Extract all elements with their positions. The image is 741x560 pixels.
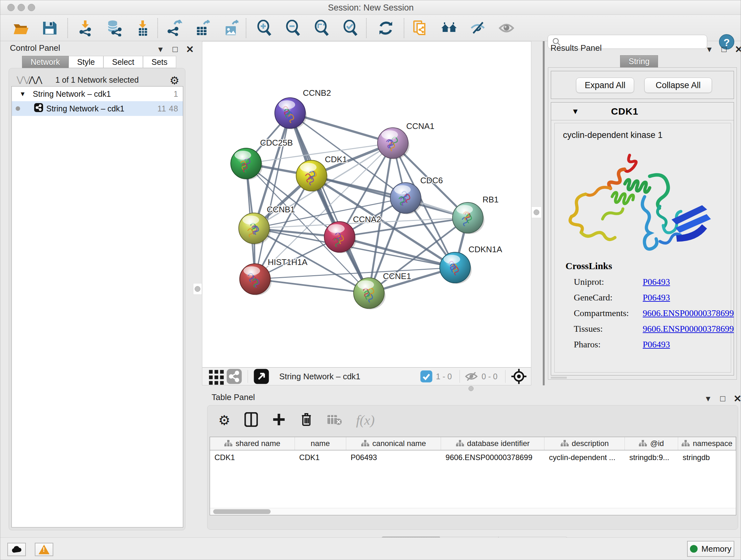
results-scrollbar[interactable]	[551, 377, 567, 379]
column-header-namespace[interactable]: namespace	[678, 437, 736, 450]
birdseye-grid-icon[interactable]	[207, 368, 225, 385]
results-panel-close-icon[interactable]: ✕	[735, 44, 741, 55]
zoom-fit-icon[interactable]	[313, 19, 331, 37]
tab-select[interactable]: Select	[104, 56, 143, 68]
import-table-icon[interactable]	[134, 19, 151, 37]
table-cell[interactable]: stringdb:9...	[625, 450, 678, 464]
expand-all-button[interactable]: Expand All	[576, 78, 634, 93]
column-header-description[interactable]: description	[544, 437, 625, 450]
crosslink-link[interactable]: P06493	[643, 293, 670, 302]
table-cell[interactable]: stringdb	[678, 450, 736, 464]
tab-network[interactable]: Network	[22, 56, 69, 68]
network-node-cdkn1a[interactable]: CDKN1A	[440, 245, 502, 284]
protein-header-row[interactable]: ▼ CDK1	[551, 103, 734, 120]
control-panel-collapse-icon[interactable]: ▼	[157, 45, 164, 54]
tab-style[interactable]: Style	[69, 56, 104, 68]
tab-sets[interactable]: Sets	[143, 56, 176, 68]
panel-divider[interactable]	[543, 41, 545, 385]
crosslink-link[interactable]: 9606.ENSP00000378699	[643, 308, 734, 318]
crosslink-row: Uniprot: P06493	[565, 277, 734, 287]
network-node-ccna1[interactable]: CCNA1	[378, 121, 434, 159]
export-network-icon[interactable]	[165, 19, 183, 37]
show-columns-icon[interactable]	[245, 412, 258, 428]
network-node-cdk1[interactable]: CDK1	[296, 154, 347, 192]
crosslink-link[interactable]: P06493	[643, 339, 670, 349]
control-panel-close-icon[interactable]: ✕	[186, 44, 194, 55]
table-panel-float-icon[interactable]: □	[720, 394, 725, 403]
function-builder-icon[interactable]: f(x)	[356, 413, 375, 428]
network-node-cdc25b[interactable]: CDC25B	[231, 138, 293, 180]
node-table[interactable]: shared namenamecanonical namedatabase id…	[210, 437, 736, 515]
node-label-ccne1: CCNE1	[383, 271, 411, 281]
export-image-icon[interactable]	[222, 19, 240, 37]
tab-string[interactable]: String	[620, 55, 658, 67]
hide-selected-icon[interactable]	[469, 19, 487, 37]
network-list-item[interactable]: ▼ String Network – cdk11	[12, 86, 183, 101]
zoom-in-icon[interactable]	[256, 19, 273, 37]
network-node-ccnb1[interactable]: CCNB1	[239, 205, 295, 245]
table-cell[interactable]: cyclin-dependent ...	[544, 450, 625, 464]
import-network-icon[interactable]	[76, 19, 94, 37]
column-header-database-identifier[interactable]: database identifier	[441, 437, 544, 450]
crosslink-label: Tissues:	[574, 324, 643, 334]
zoom-selected-icon[interactable]	[342, 19, 360, 37]
right-splitter-handle[interactable]	[531, 206, 542, 218]
fit-selected-crosshair-icon[interactable]	[510, 368, 528, 385]
column-header-name[interactable]: name	[295, 437, 346, 450]
column-header-shared-name[interactable]: shared name	[210, 437, 295, 450]
add-column-plus-icon[interactable]	[272, 413, 286, 428]
refresh-icon[interactable]	[377, 19, 395, 37]
table-cell[interactable]: CDK1	[295, 450, 346, 464]
results-panel: Results Panel ▼ □ ✕ String Expand All Co…	[547, 41, 739, 386]
network-canvas[interactable]: CCNB2CCNA1CDC25BCDK1CDC6RB1CCNB1CCNA2CDK…	[202, 41, 531, 368]
table-hscroll-track[interactable]	[210, 508, 736, 515]
control-panel-float-icon[interactable]: □	[173, 44, 178, 54]
open-in-window-icon[interactable]	[253, 368, 270, 385]
table-toolbar: ⚙ f(x)	[218, 412, 375, 428]
show-all-icon[interactable]	[497, 19, 515, 37]
column-header--id[interactable]: @id	[625, 437, 678, 450]
network-options-gear-icon[interactable]: ⚙	[170, 74, 179, 87]
tree-expander-icon[interactable]: ▼	[19, 90, 26, 98]
cloud-button[interactable]	[7, 543, 26, 556]
collapse-all-button[interactable]: Collapse All	[644, 78, 712, 93]
results-panel-float-icon[interactable]: □	[722, 44, 727, 54]
table-hscroll-thumb[interactable]	[213, 509, 271, 514]
delete-table-icon[interactable]	[327, 414, 342, 427]
delete-column-trash-icon[interactable]	[300, 412, 313, 428]
network-list-item[interactable]: String Network – cdk111 48	[12, 101, 183, 116]
table-cell[interactable]: CDK1	[210, 450, 295, 464]
table-cell[interactable]: P06493	[346, 450, 441, 464]
column-header-canonical-name[interactable]: canonical name	[346, 437, 441, 450]
control-panel: Control Panel ▼ □ ✕ NetworkStyleSelectSe…	[3, 41, 190, 533]
table-cell[interactable]: 9606.ENSP00000378699	[441, 450, 544, 464]
duplicate-network-icon[interactable]	[411, 19, 429, 37]
open-session-icon[interactable]	[12, 19, 30, 37]
network-item-counts: 1	[174, 89, 179, 99]
network-edge[interactable]	[255, 279, 369, 293]
protein-name: CDK1	[611, 106, 638, 117]
selected-checkbox-icon[interactable]	[420, 368, 433, 385]
table-panel-collapse-icon[interactable]: ▼	[704, 394, 712, 403]
export-table-icon[interactable]	[194, 19, 212, 37]
table-row[interactable]: CDK1CDK1P064939606.ENSP00000378699cyclin…	[210, 450, 736, 464]
crosslink-link[interactable]: P06493	[643, 277, 670, 287]
memory-button[interactable]: Memory	[687, 541, 734, 557]
warnings-button[interactable]	[35, 543, 53, 556]
left-splitter-handle[interactable]	[193, 283, 202, 295]
table-options-gear-icon[interactable]: ⚙	[218, 413, 230, 428]
import-network-from-database-icon[interactable]	[105, 19, 123, 37]
collapse-protein-icon[interactable]: ▼	[571, 107, 579, 116]
network-node-rb1[interactable]: RB1	[453, 195, 499, 234]
zoom-out-icon[interactable]	[284, 19, 302, 37]
home-icon[interactable]	[440, 19, 458, 37]
results-panel-collapse-icon[interactable]: ▼	[705, 45, 713, 54]
crosslink-link[interactable]: 9606.ENSP00000378699	[643, 324, 734, 334]
save-session-icon[interactable]	[41, 19, 58, 37]
window-title: Session: New Session	[0, 3, 741, 13]
hidden-eye-slash-icon[interactable]	[464, 368, 478, 385]
table-panel-close-icon[interactable]: ✕	[733, 393, 741, 404]
crosslink-label: Uniprot:	[574, 277, 643, 287]
network-share-icon[interactable]	[225, 368, 243, 385]
network-edge[interactable]	[312, 176, 468, 218]
